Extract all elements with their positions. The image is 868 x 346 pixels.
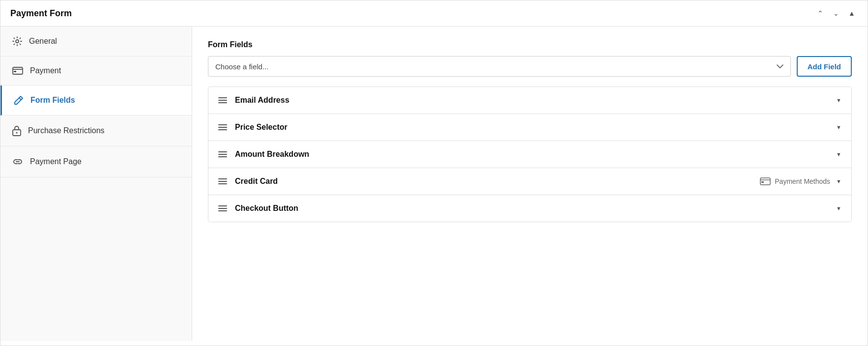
- chevron-down-icon[interactable]: ▼: [836, 178, 841, 184]
- svg-point-4: [16, 132, 18, 134]
- chevron-down-icon[interactable]: ▼: [836, 205, 841, 211]
- lock-icon: [12, 125, 21, 136]
- sidebar-item-payment-label: Payment: [30, 66, 61, 75]
- add-field-button[interactable]: Add Field: [797, 56, 852, 77]
- sidebar-item-purchase-restrictions-label: Purchase Restrictions: [28, 126, 105, 135]
- field-label: Credit Card: [235, 177, 760, 186]
- link-icon: [12, 156, 23, 167]
- payment-methods-card-icon: [760, 177, 771, 185]
- sidebar-item-payment-page[interactable]: Payment Page: [0, 146, 192, 177]
- page-title: Payment Form: [10, 8, 72, 19]
- edit-icon: [14, 95, 24, 105]
- sidebar-item-purchase-restrictions[interactable]: Purchase Restrictions: [0, 115, 192, 146]
- scroll-down-button[interactable]: ⌄: [830, 7, 842, 19]
- field-label: Price Selector: [235, 123, 830, 132]
- svg-rect-2: [14, 71, 16, 72]
- card-icon: [12, 67, 23, 75]
- field-meta: Payment Methods: [760, 177, 830, 185]
- drag-handle-icon: [218, 205, 227, 211]
- field-select[interactable]: Choose a field...: [208, 56, 791, 77]
- svg-rect-6: [761, 181, 764, 183]
- sidebar-item-form-fields-label: Form Fields: [30, 96, 75, 105]
- section-title: Form Fields: [208, 40, 852, 49]
- drag-handle-icon: [218, 97, 227, 103]
- sidebar: General Payment: [0, 27, 192, 341]
- drag-handle-icon: [218, 178, 227, 184]
- field-label: Email Address: [235, 96, 830, 105]
- sidebar-item-general[interactable]: General: [0, 27, 192, 57]
- gear-icon: [12, 36, 22, 46]
- header-controls: ⌃ ⌄ ▲: [814, 7, 858, 19]
- svg-point-0: [16, 40, 19, 43]
- chevron-down-icon[interactable]: ▼: [836, 97, 841, 103]
- table-row[interactable]: Price Selector ▼: [208, 114, 851, 141]
- table-row[interactable]: Checkout Button ▼: [208, 195, 851, 222]
- sidebar-item-form-fields[interactable]: Form Fields: [0, 86, 192, 115]
- table-row[interactable]: Email Address ▼: [208, 87, 851, 114]
- drag-handle-icon: [218, 124, 227, 130]
- table-row[interactable]: Amount Breakdown ▼: [208, 141, 851, 168]
- collapse-button[interactable]: ▲: [846, 7, 858, 19]
- header: Payment Form ⌃ ⌄ ▲: [0, 0, 868, 27]
- app-container: Payment Form ⌃ ⌄ ▲ General: [0, 0, 868, 346]
- payment-methods-label: Payment Methods: [775, 177, 830, 185]
- fields-list: Email Address ▼ Price Selector ▼ A: [208, 86, 852, 222]
- sidebar-item-general-label: General: [29, 37, 57, 46]
- field-label: Checkout Button: [235, 204, 830, 213]
- field-label: Amount Breakdown: [235, 150, 830, 159]
- table-row[interactable]: Credit Card Payment Methods ▼: [208, 168, 851, 195]
- field-selector-row: Choose a field... Add Field: [208, 56, 852, 77]
- sidebar-item-payment[interactable]: Payment: [0, 57, 192, 86]
- content-area: Form Fields Choose a field... Add Field …: [192, 27, 868, 341]
- sidebar-item-payment-page-label: Payment Page: [30, 157, 82, 166]
- chevron-down-icon[interactable]: ▼: [836, 151, 841, 157]
- chevron-down-icon[interactable]: ▼: [836, 124, 841, 130]
- scroll-up-button[interactable]: ⌃: [814, 7, 826, 19]
- drag-handle-icon: [218, 151, 227, 157]
- main-layout: General Payment: [0, 27, 868, 341]
